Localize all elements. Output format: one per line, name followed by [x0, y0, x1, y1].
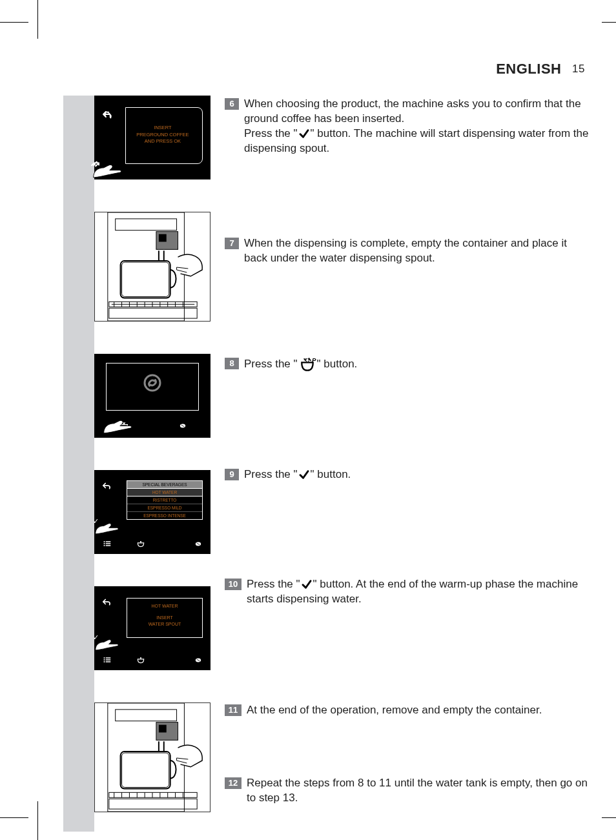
step-6: 6 When choosing the product, the machine… — [225, 97, 590, 156]
svg-rect-37 — [106, 661, 111, 662]
menu-item: RISTRETTO — [127, 497, 202, 504]
list-icon — [103, 657, 111, 663]
step-12: 12 Repeat the steps from 8 to 11 until t… — [225, 776, 590, 806]
svg-text:✓: ✓ — [93, 633, 99, 641]
svg-rect-28 — [106, 545, 111, 546]
step-text: Press the " — [244, 468, 298, 480]
svg-point-27 — [104, 545, 105, 546]
step-number: 9 — [225, 469, 239, 480]
illustration-step-6: INSERT PREGROUND COFFEE AND PRESS OK — [94, 96, 210, 179]
svg-rect-44 — [159, 725, 167, 733]
svg-rect-6 — [122, 262, 169, 296]
step-number: 6 — [225, 98, 239, 110]
svg-point-36 — [104, 661, 105, 662]
step-text: Repeat the steps from 8 to 11 until the … — [247, 777, 588, 804]
menu-title: SPECIAL BEVERAGES — [127, 481, 202, 488]
svg-rect-33 — [106, 657, 111, 659]
svg-rect-58 — [109, 799, 197, 809]
step-text: When choosing the product, the machine a… — [244, 97, 581, 125]
svg-point-20 — [145, 375, 160, 391]
back-arrow-icon — [102, 110, 112, 119]
instruction-column: 6 When choosing the product, the machine… — [225, 96, 590, 812]
illustration-column: INSERT PREGROUND COFFEE AND PRESS OK — [63, 96, 210, 812]
illustration-step-7 — [94, 212, 210, 322]
illustration-step-8 — [94, 354, 210, 438]
pointing-hand-icon: ✓ — [93, 630, 123, 652]
svg-rect-42 — [116, 710, 177, 721]
step-text: " button. — [317, 358, 358, 370]
svg-text:P: P — [312, 356, 316, 364]
special-cup-icon — [136, 656, 145, 664]
step-text: Press the " — [244, 127, 298, 139]
step-number: 12 — [225, 777, 241, 789]
menu-item: ESPRESSO INTENSE — [127, 512, 202, 519]
illustration-step-9: SPECIAL BEVERAGES HOT WATER RISTRETTO ES… — [94, 470, 210, 554]
checkmark-icon — [298, 469, 310, 480]
back-arrow-icon — [102, 598, 111, 606]
svg-rect-5 — [121, 261, 170, 298]
back-arrow-icon — [102, 482, 111, 489]
step-text: When the dispensing is complete, empty t… — [244, 237, 567, 264]
pointing-hand-icon: ✓ — [93, 514, 123, 536]
list-icon — [103, 540, 111, 547]
illustration-step-10: HOT WATER INSERT WATER SPOUT — [94, 586, 210, 670]
step-11: 11 At the end of the operation, remove a… — [225, 703, 590, 718]
step-9: 9 Press the "" button. — [225, 467, 590, 482]
svg-text:✓: ✓ — [93, 517, 99, 525]
menu-list: SPECIAL BEVERAGES HOT WATER RISTRETTO ES… — [127, 480, 203, 520]
svg-point-32 — [104, 657, 105, 659]
brand-logo-icon — [143, 373, 162, 393]
step-number: 7 — [225, 238, 239, 249]
svg-text:✓: ✓ — [92, 159, 99, 169]
svg-rect-24 — [106, 541, 111, 542]
bean-icon — [180, 424, 186, 428]
step-text: " button. — [311, 468, 351, 480]
step-text: Press the " — [244, 358, 298, 370]
svg-rect-26 — [106, 543, 111, 544]
screen10-sub2: WATER SPOUT — [127, 621, 202, 628]
step-number: 10 — [225, 579, 241, 590]
bean-icon — [195, 542, 201, 546]
svg-point-38 — [139, 657, 141, 659]
special-cup-icon — [136, 540, 145, 548]
svg-point-23 — [104, 541, 105, 542]
step-8: 8 Press the " P " button. — [225, 356, 590, 372]
step-10: 10 Press the "" button. At the end of th… — [225, 577, 590, 607]
svg-rect-4 — [159, 234, 167, 242]
pointing-hand-icon: ✓ — [90, 154, 127, 179]
coffee-machine-drawing — [95, 212, 210, 321]
svg-point-25 — [104, 543, 105, 544]
svg-rect-47 — [109, 792, 197, 797]
grey-index-strip — [63, 96, 94, 832]
screen6-line3: AND PRESS OK — [126, 138, 200, 145]
step-text: Press the " — [247, 578, 300, 590]
page-body: ENGLISH 15 INSERT — [37, 22, 616, 818]
illustration-step-11 — [94, 702, 210, 812]
svg-point-34 — [104, 659, 105, 661]
content-area: INSERT PREGROUND COFFEE AND PRESS OK — [63, 96, 590, 812]
pointing-hand-icon — [101, 409, 137, 435]
step-text: At the end of the operation, remove and … — [247, 704, 542, 716]
crop-mark — [0, 817, 28, 818]
bean-icon — [195, 658, 201, 662]
page-number: 15 — [572, 63, 585, 75]
step-number: 8 — [225, 358, 239, 369]
svg-rect-41 — [108, 703, 185, 812]
coffee-machine-drawing — [95, 703, 210, 812]
svg-point-29 — [139, 541, 141, 542]
step-number: 11 — [225, 704, 241, 716]
menu-item: ESPRESSO MILD — [127, 504, 202, 512]
screen6-line2: PREGROUND COFFEE — [126, 132, 200, 139]
screen6-line1: INSERT — [126, 125, 200, 132]
screen10-title: HOT WATER — [127, 604, 202, 608]
svg-rect-46 — [122, 753, 169, 787]
language-label: ENGLISH — [496, 61, 561, 77]
menu-item-selected: HOT WATER — [127, 488, 203, 497]
page-header: ENGLISH 15 — [63, 61, 590, 77]
checkmark-icon — [298, 128, 310, 139]
special-beverage-icon: P — [298, 356, 316, 372]
svg-rect-35 — [106, 659, 111, 661]
svg-rect-45 — [121, 752, 170, 788]
screen-message-box: HOT WATER INSERT WATER SPOUT — [127, 598, 203, 638]
screen-message-box: INSERT PREGROUND COFFEE AND PRESS OK — [125, 107, 203, 164]
